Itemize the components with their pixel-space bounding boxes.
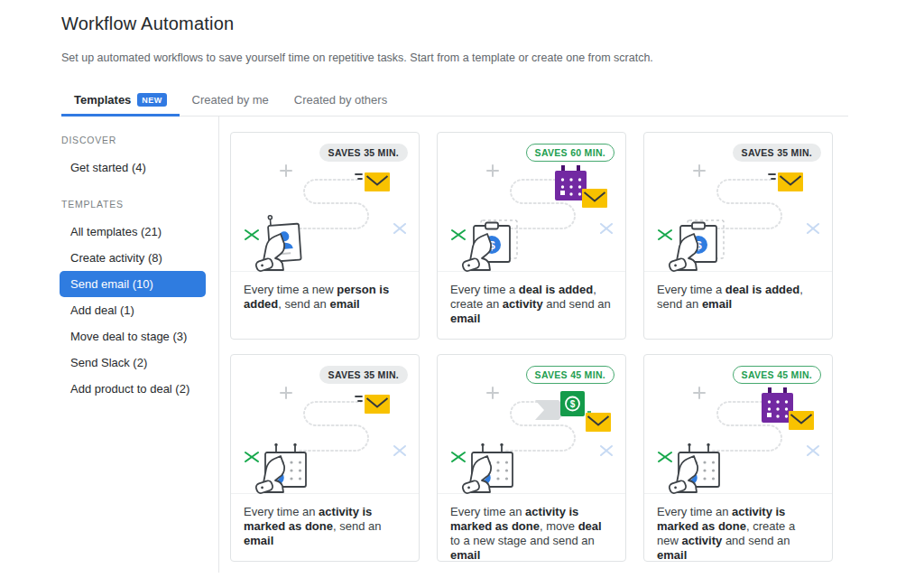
new-badge: NEW xyxy=(137,93,166,107)
saves-badge: SAVES 45 MIN. xyxy=(526,366,614,384)
workflow-path xyxy=(300,402,368,451)
activity-calendar-icon xyxy=(255,443,306,494)
deal-clipboard-icon: $ xyxy=(462,220,517,272)
blue-arrows-icon xyxy=(394,224,405,233)
hand-icon xyxy=(255,234,284,272)
plus-marker-icon xyxy=(281,165,291,176)
sidebar-item-send-email[interactable]: Send email (10) xyxy=(60,271,206,297)
email-icon xyxy=(356,172,390,191)
person-card-icon xyxy=(255,214,301,272)
template-gallery: SAVES 35 MIN. Every time a new person is… xyxy=(219,117,848,573)
template-card-deal-email[interactable]: SAVES 35 MIN. $ Every time a deal is add… xyxy=(643,132,833,340)
activity-calendar-icon xyxy=(669,443,719,494)
saves-badge: SAVES 45 MIN. xyxy=(733,366,821,384)
tab-created-by-others[interactable]: Created by others xyxy=(282,85,400,117)
tab-created-by-me[interactable]: Created by me xyxy=(180,85,282,117)
deal-clipboard-icon: $ xyxy=(669,220,724,272)
green-arrows-icon xyxy=(245,452,258,461)
saves-badge: SAVES 35 MIN. xyxy=(319,144,408,162)
sidebar-item-move-deal-to-stage[interactable]: Move deal to stage (3) xyxy=(60,323,206,350)
sidebar: DISCOVER Get started (4) TEMPLATES All t… xyxy=(61,117,219,573)
plus-marker-icon xyxy=(487,387,498,398)
activity-calendar-icon xyxy=(555,165,587,200)
email-icon xyxy=(769,172,803,191)
card-description: Every time an activity is marked as done… xyxy=(644,493,832,573)
svg-text:$: $ xyxy=(570,399,576,409)
sidebar-item-add-deal[interactable]: Add deal (1) xyxy=(60,297,206,323)
blue-arrows-icon xyxy=(601,446,612,455)
plus-marker-icon xyxy=(487,165,498,176)
workflow-automation-page: Workflow Automation Set up automated wor… xyxy=(0,14,848,573)
tab-templates-label: Templates xyxy=(74,93,131,107)
page-title: Workflow Automation xyxy=(61,14,848,34)
green-arrows-icon xyxy=(245,230,258,239)
page-subtitle: Set up automated workflows to save yours… xyxy=(61,51,848,64)
plus-marker-icon xyxy=(694,387,705,398)
sidebar-item-get-started[interactable]: Get started (4) xyxy=(60,154,206,181)
activity-calendar-icon xyxy=(762,387,793,423)
email-icon xyxy=(582,189,607,208)
card-description: Every time a deal is added, send an emai… xyxy=(644,271,832,339)
card-description: Every time an activity is marked as done… xyxy=(231,493,419,561)
template-card-person-email[interactable]: SAVES 35 MIN. Every time a new person is… xyxy=(230,132,420,340)
tab-created-by-others-label: Created by others xyxy=(294,93,387,107)
template-card-activity-email[interactable]: SAVES 35 MIN. Every time an activity is … xyxy=(230,354,420,562)
card-description: Every time a new person is added, send a… xyxy=(231,271,419,339)
tab-bar: Templates NEW Created by me Created by o… xyxy=(61,85,848,117)
template-card-activity-stage-email[interactable]: SAVES 45 MIN. $ Every time xyxy=(437,354,626,562)
template-card-deal-activity-email[interactable]: SAVES 60 MIN. $ Every time a deal is add… xyxy=(437,132,626,340)
template-card-activity-activity-email[interactable]: SAVES 45 MIN. Every time an activity is … xyxy=(643,354,833,562)
email-icon xyxy=(586,413,611,432)
green-arrows-icon xyxy=(452,230,465,239)
deal-stage-icon: $ xyxy=(535,391,591,420)
templates-header: TEMPLATES xyxy=(61,199,206,210)
template-card-grid: SAVES 35 MIN. Every time a new person is… xyxy=(230,132,848,562)
green-arrows-icon xyxy=(659,230,671,239)
email-icon xyxy=(789,411,814,430)
plus-marker-icon xyxy=(281,387,291,398)
blue-arrows-icon xyxy=(808,224,818,233)
hand-icon xyxy=(255,456,284,494)
saves-badge: SAVES 35 MIN. xyxy=(319,366,408,384)
blue-arrows-icon xyxy=(601,224,612,233)
card-description: Every time a deal is added, create an ac… xyxy=(438,271,625,339)
hand-icon xyxy=(669,456,698,494)
sidebar-section-discover: DISCOVER Get started (4) xyxy=(61,135,206,181)
content-layout: DISCOVER Get started (4) TEMPLATES All t… xyxy=(61,117,848,573)
discover-header: DISCOVER xyxy=(61,135,206,145)
green-arrows-icon xyxy=(452,452,465,461)
hand-icon xyxy=(462,234,491,272)
blue-arrows-icon xyxy=(808,446,818,455)
card-description: Every time an activity is marked as done… xyxy=(438,493,625,573)
hand-icon xyxy=(669,234,698,272)
email-icon xyxy=(356,395,390,414)
saves-badge: SAVES 35 MIN. xyxy=(733,144,821,162)
tab-templates[interactable]: Templates NEW xyxy=(61,85,180,117)
sidebar-item-add-product-to-deal[interactable]: Add product to deal (2) xyxy=(60,376,206,402)
tab-created-by-me-label: Created by me xyxy=(192,93,269,107)
sidebar-item-create-activity[interactable]: Create activity (8) xyxy=(60,245,206,271)
sidebar-item-send-slack[interactable]: Send Slack (2) xyxy=(60,350,206,376)
green-arrows-icon xyxy=(659,452,671,461)
activity-calendar-icon xyxy=(462,443,513,494)
hand-icon xyxy=(462,456,491,494)
workflow-path xyxy=(300,180,368,228)
sidebar-item-all-templates[interactable]: All templates (21) xyxy=(60,219,206,245)
blue-arrows-icon xyxy=(394,446,405,455)
plus-marker-icon xyxy=(694,165,705,176)
sidebar-section-templates: TEMPLATES All templates (21) Create acti… xyxy=(61,199,206,402)
saves-badge: SAVES 60 MIN. xyxy=(526,144,614,162)
